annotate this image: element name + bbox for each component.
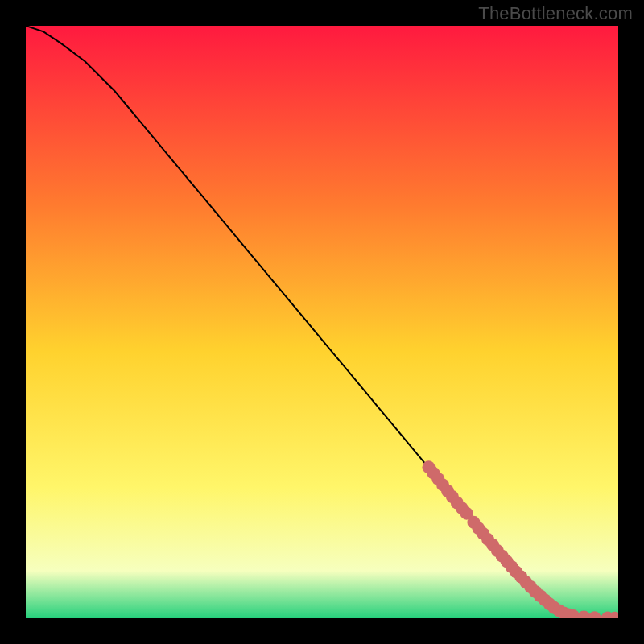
plot-area xyxy=(26,26,618,618)
watermark-text: TheBottleneck.com xyxy=(478,3,633,24)
chart-frame: TheBottleneck.com xyxy=(0,0,644,644)
gradient-background xyxy=(26,26,618,618)
chart-svg xyxy=(26,26,618,618)
